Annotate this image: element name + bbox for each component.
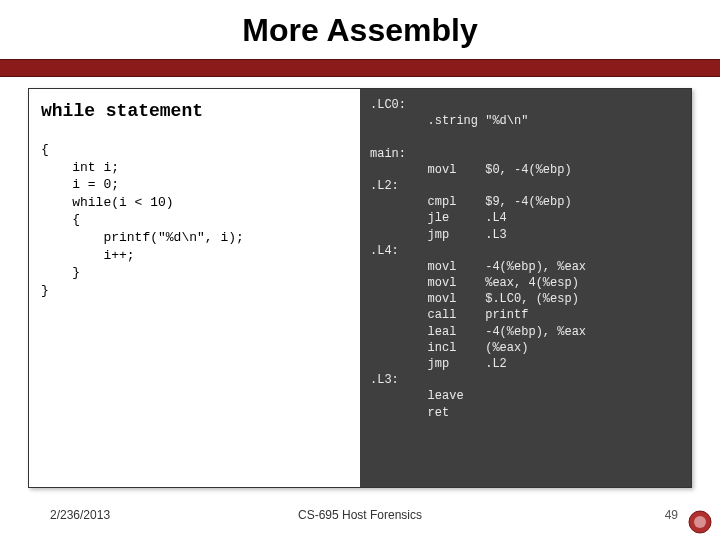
svg-point-1 — [694, 516, 706, 528]
slide-title: More Assembly — [0, 0, 720, 59]
content-box: while statement { int i; i = 0; while(i … — [28, 88, 692, 488]
divider-bar — [0, 59, 720, 77]
assembly-listing: .LC0: .string "%d\n" main: movl $0, -4(%… — [370, 98, 586, 420]
footer-page-number: 49 — [665, 508, 678, 522]
university-seal-icon — [688, 510, 712, 534]
source-code-pane: while statement { int i; i = 0; while(i … — [29, 89, 360, 487]
footer-course: CS-695 Host Forensics — [298, 508, 422, 522]
source-heading: while statement — [41, 99, 348, 123]
footer: 2/236/2013 CS-695 Host Forensics 49 — [0, 508, 720, 528]
c-source-code: { int i; i = 0; while(i < 10) { printf("… — [41, 141, 348, 299]
assembly-pane: .LC0: .string "%d\n" main: movl $0, -4(%… — [360, 89, 691, 487]
footer-date: 2/236/2013 — [50, 508, 110, 522]
